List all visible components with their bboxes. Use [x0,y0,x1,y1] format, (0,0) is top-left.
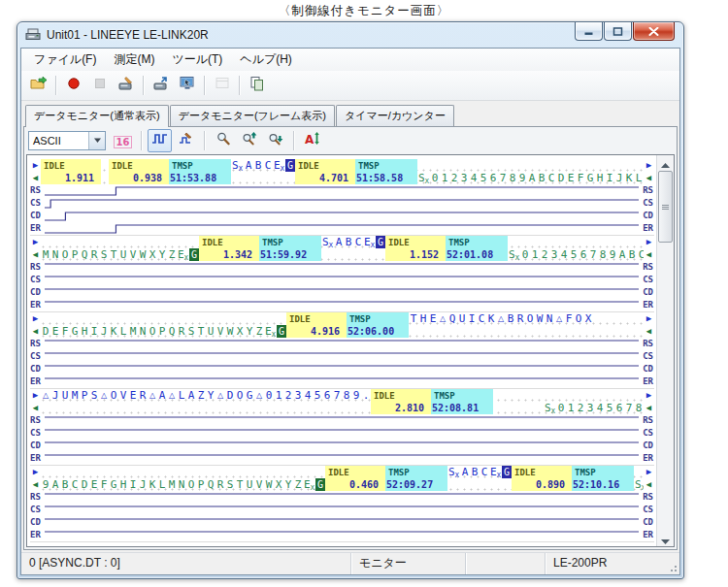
wave-monitor-button[interactable] [148,129,172,152]
tmsp-label: TMSP [169,159,231,172]
data-char: 5 [605,402,614,414]
window-title: Unit01 - LINEEYE LE-LINK20R [47,28,574,42]
idle-value: 1.342 [199,248,259,261]
data-char: 7 [624,402,634,414]
maximize-button[interactable] [604,22,632,41]
copy-button[interactable] [244,73,270,98]
data-char: P [196,478,206,491]
close-button[interactable] [633,22,675,41]
signal-label: ER [30,222,45,235]
data-segments: △JUMPS△OVER△A△LAZY△DOG△0123456789.IDLE2.… [41,389,644,414]
data-char: K [148,478,157,491]
idle-value: 0.938 [109,172,169,184]
signal-row-er: ERER [30,529,654,541]
data-char: X [583,312,593,325]
hex16-button[interactable]: 16 [111,129,135,152]
data-char: R [215,478,225,491]
data-char: X [274,478,283,491]
display-code-select[interactable]: ASCII [28,131,106,150]
window-titlebar[interactable]: Unit01 - LINEEYE LE-LINK20R [20,22,680,48]
tmsp-value: 52:10.16 [572,478,634,491]
stx-control-char: SX [321,236,334,248]
etx-control-char: EX [177,248,189,261]
rx-arrow-icon: ◀ [644,325,654,338]
rx-data: SX0123456789ABCDEFGHIJKL [417,159,644,184]
tx-arrow-icon: ▶ [644,389,654,402]
data-char: 1 [530,248,540,261]
signal-label: CS [639,274,654,286]
monitor-block-3: ▶◀△JUMPS△OVER△A△LAZY△DOG△0123456789.IDLE… [30,389,654,466]
rx-data: SX012345678 [544,389,644,414]
tab-1[interactable]: データモニター(フレーム表示) [170,105,335,126]
scrollbar-track[interactable] [657,170,674,532]
vertical-scrollbar[interactable] [656,155,674,546]
stx-control-char: SX [447,466,460,478]
data-char: A [460,466,470,478]
data-char: 4 [303,389,313,402]
data-char: A [617,248,627,261]
data-char: A [527,172,537,184]
svg-text:A: A [305,132,314,146]
open-icon [30,76,48,95]
menu-item-3[interactable]: ヘルプ(H) [231,49,301,71]
tab-2[interactable]: タイマー/カウンター [336,105,454,126]
record-button[interactable] [60,73,86,98]
wave-monitor-icon [151,131,169,150]
status-bar: 0 [ASYNC.DT : 0]モニターLE-200PR [21,552,679,574]
data-char: O [574,312,583,325]
zoom-button[interactable] [211,129,235,152]
window-controls [574,22,675,48]
data-char: Z [167,248,177,261]
data-char: 2 [449,172,459,184]
tmsp-cell: TMSP51:59.92 [259,236,321,261]
open-button[interactable] [25,73,51,98]
minimize-button[interactable] [575,22,603,41]
font-size-button[interactable]: A [300,129,324,152]
settings-button[interactable] [113,73,139,98]
data-char: Y [206,389,215,402]
zoom-in-button[interactable] [237,129,261,152]
data-char: B [627,248,637,261]
wave-edit-button[interactable] [174,129,198,152]
signal-label: CD [639,210,654,222]
signal-row-cs: CSCS [30,504,654,516]
data-char: 3 [585,402,595,414]
status-pane-1: モニター [351,553,466,574]
data-char: W [264,478,274,491]
transfer-button[interactable] [148,73,174,98]
signal-row-cs: CSCS [30,427,654,440]
tmsp-label: TMSP [572,466,634,478]
data-char: F [564,312,574,325]
tx-arrow-icon: ▶ [30,236,41,248]
scroll-down-button[interactable] [657,532,674,546]
signal-row-cd: CDCD [30,516,654,529]
tab-0[interactable]: データモニター(通常表示) [25,105,169,127]
menu-item-0[interactable]: ファイル(F) [25,49,105,71]
font-size-icon: A [304,131,321,150]
data-char: B [470,466,480,478]
data-char: 8 [342,389,351,402]
signal-row-cs: CSCS [30,197,654,210]
tmsp-cell: TMSP51:53.88 [169,159,231,184]
toolbar-separator [204,76,205,95]
remote-button[interactable] [174,73,200,98]
data-char: 4 [559,248,569,261]
signal-row-cs: CSCS [30,274,654,286]
data-char: L [118,325,128,338]
menu-item-1[interactable]: 測定(M) [105,49,163,71]
data-char: K [624,172,634,184]
idle-cell: IDLE1.152 [385,236,446,261]
app-icon [25,28,42,43]
scroll-up-button[interactable] [657,155,674,170]
idle-label: IDLE [512,466,572,478]
zoom-out-button[interactable] [263,129,287,152]
direction-arrows: ▶◀ [644,466,654,491]
menu-item-2[interactable]: ツール(T) [163,49,231,71]
scrollbar-thumb[interactable] [658,171,673,243]
data-segments: 9ABCDEFGHIJKLMNOPQRSTUVWXYZEXGIDLE0.460T… [41,466,644,491]
data-char: D [80,478,89,491]
tab-strip: データモニター(通常表示)データモニター(フレーム表示)タイマー/カウンター [21,101,679,126]
chevron-down-icon[interactable] [88,132,105,149]
data-char: C [263,159,273,172]
toolbar-separator [141,131,142,150]
